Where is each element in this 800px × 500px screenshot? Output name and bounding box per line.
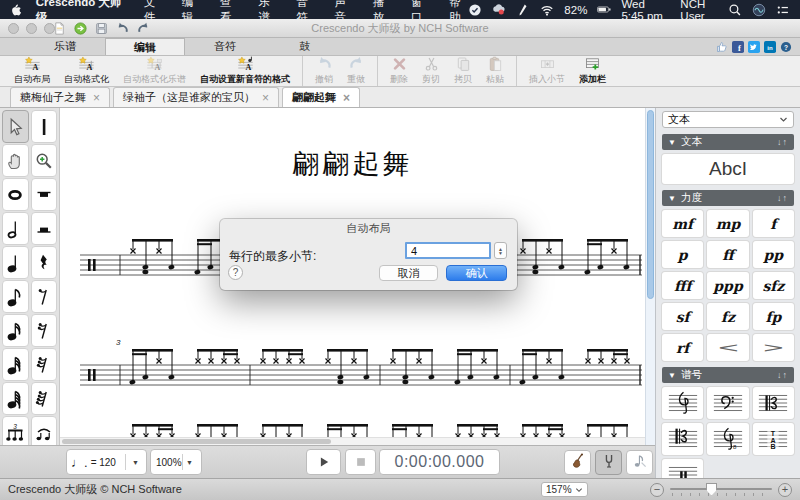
toolbar-button-delete[interactable]: 删除 (383, 56, 415, 86)
close-tab-icon[interactable]: × (262, 92, 269, 104)
clef-percussion-button[interactable] (662, 459, 703, 478)
section-move-arrows-icon[interactable]: ↓↑ (777, 137, 788, 147)
dynamic-fz-button[interactable]: fz (707, 303, 748, 330)
dynamic-ppp-button[interactable]: ppp (707, 272, 748, 299)
zoom-out-button[interactable]: − (650, 483, 664, 497)
value-stepper[interactable]: ▲ ▼ (494, 242, 507, 259)
document-tab-2[interactable]: 绿袖子（这是谁家的宝贝）× (113, 87, 279, 107)
sixteenth-rest-tool[interactable] (31, 314, 58, 347)
zoom-in-button[interactable]: + (778, 483, 792, 497)
horizontal-scrollbar-thumb[interactable] (62, 439, 331, 444)
document-tab-1[interactable]: 糖梅仙子之舞× (10, 87, 110, 107)
dialog-help-button[interactable]: ? (228, 265, 243, 280)
section-move-arrows-icon[interactable]: ↓↑ (777, 370, 788, 380)
dynamic-ff-button[interactable]: ff (707, 241, 748, 268)
section-move-arrows-icon[interactable]: ↓↑ (777, 193, 788, 203)
dynamic-sfz-button[interactable]: sfz (753, 272, 794, 299)
ribbon-tab-2[interactable]: 编辑 (105, 38, 185, 55)
instrument-sound-button[interactable] (564, 450, 591, 475)
status-pen-icon[interactable] (516, 3, 530, 17)
select-tool[interactable] (2, 110, 29, 143)
dynamic-mp-button[interactable]: mp (707, 210, 748, 237)
vertical-scrollbar-thumb[interactable] (647, 110, 654, 299)
toolbar-button-auto-layout[interactable]: A自动布局 (7, 56, 57, 86)
dynamic-mf-button[interactable]: mf (662, 210, 703, 237)
text-item-button[interactable]: AbcI (662, 154, 794, 184)
toolbar-button-auto-format-new-notes[interactable]: A自动设置新音符的格式 (193, 56, 297, 86)
battery-icon[interactable] (597, 3, 611, 17)
horizontal-scrollbar[interactable] (60, 437, 645, 445)
new-document-icon[interactable] (52, 21, 67, 36)
whole-note-tool[interactable] (2, 178, 29, 211)
vertical-scrollbar[interactable] (645, 108, 655, 445)
quarter-note-tool[interactable] (2, 246, 29, 279)
facebook-icon[interactable]: f (732, 41, 744, 53)
confirm-button[interactable]: 确认 (446, 265, 507, 281)
dynamic-sf-button[interactable]: sf (662, 303, 703, 330)
document-tab-3[interactable]: 翩翩起舞× (282, 87, 360, 107)
toolbar-button-auto-format-score[interactable]: A自动格式化乐谱 (116, 56, 193, 86)
wifi-icon[interactable] (540, 3, 554, 17)
tuning-button[interactable] (595, 450, 622, 475)
thirtysecond-note-tool[interactable] (2, 348, 29, 381)
sixtyfourth-rest-tool[interactable] (31, 382, 58, 415)
ribbon-tab-3[interactable]: 音符 (185, 38, 265, 55)
eighth-rest-tool[interactable] (31, 280, 58, 313)
sixtyfourth-note-tool[interactable] (2, 382, 29, 415)
half-rest-tool[interactable] (31, 212, 58, 245)
dynamic-rf-button[interactable]: rf (662, 334, 703, 361)
zoom-tool[interactable] (31, 144, 58, 177)
dynamic-pp-button[interactable]: pp (753, 241, 794, 268)
apple-menu-icon[interactable] (10, 2, 22, 17)
toolbar-button-insert-measure[interactable]: 插入小节 (522, 56, 572, 86)
section-header-dynamics[interactable]: ▼ 力度 ↓↑ (662, 190, 794, 206)
speed-dropdown-arrow-icon[interactable]: ▼ (183, 459, 196, 466)
close-tab-icon[interactable]: × (343, 92, 350, 104)
save-document-icon[interactable] (94, 21, 109, 36)
linkedin-icon[interactable]: in (764, 41, 776, 53)
twitter-icon[interactable] (748, 41, 760, 53)
quarter-rest-tool[interactable] (31, 246, 58, 279)
palette-dropdown[interactable]: 文本 (662, 111, 794, 128)
play-button[interactable] (306, 449, 341, 475)
dynamic-f-button[interactable]: f (753, 210, 794, 237)
max-measures-input[interactable] (405, 242, 491, 259)
stepper-down-icon[interactable]: ▼ (498, 251, 503, 255)
sixteenth-note-tool[interactable] (2, 314, 29, 347)
dynamic-crescendo-button[interactable]: < (707, 334, 748, 361)
barline-tool[interactable] (31, 110, 58, 143)
whole-rest-tool[interactable] (31, 178, 58, 211)
playback-speed-control[interactable]: 100% ▼ (150, 449, 202, 475)
undo-quick-icon[interactable] (115, 21, 130, 36)
toolbar-button-copy[interactable]: 拷贝 (447, 56, 479, 86)
clef-treble-button[interactable] (662, 387, 703, 419)
toolbar-button-undo[interactable]: 撤销 (308, 56, 340, 86)
ribbon-tab-4[interactable]: 鼓 (265, 38, 345, 55)
help-icon[interactable]: ? (780, 41, 792, 53)
siri-icon[interactable] (752, 3, 766, 17)
section-header-text[interactable]: ▼ 文本 ↓↑ (662, 134, 794, 150)
open-document-icon[interactable] (73, 21, 88, 36)
like-icon[interactable] (716, 41, 728, 53)
tempo-control[interactable]: ♩. = 120 ▼ (66, 449, 147, 475)
eighth-note-tool[interactable] (2, 280, 29, 313)
half-note-tool[interactable] (2, 212, 29, 245)
spotlight-search-icon[interactable] (728, 3, 742, 17)
tempo-dropdown-arrow-icon[interactable]: ▼ (129, 459, 142, 466)
toolbar-button-auto-format[interactable]: A自动格式化 (57, 56, 116, 86)
dynamic-p-button[interactable]: p (662, 241, 703, 268)
clef-alto-button[interactable] (753, 387, 794, 419)
thirtysecond-rest-tool[interactable] (31, 348, 58, 381)
notification-center-icon[interactable] (776, 3, 790, 17)
section-header-clefs[interactable]: ▼ 谱号 ↓↑ (662, 367, 794, 383)
stop-button[interactable] (345, 449, 376, 475)
toolbar-button-redo[interactable]: 重做 (340, 56, 372, 86)
redo-quick-icon[interactable] (136, 21, 151, 36)
minimize-window-button[interactable] (26, 23, 37, 34)
pan-tool[interactable] (2, 144, 29, 177)
clef-bass-button[interactable] (707, 387, 748, 419)
ribbon-tab-1[interactable]: 乐谱 (25, 38, 105, 55)
clef-tenor-button[interactable] (662, 423, 703, 455)
status-check-circle-icon[interactable] (468, 3, 482, 17)
clef-tab-button[interactable]: TAB (753, 423, 794, 455)
